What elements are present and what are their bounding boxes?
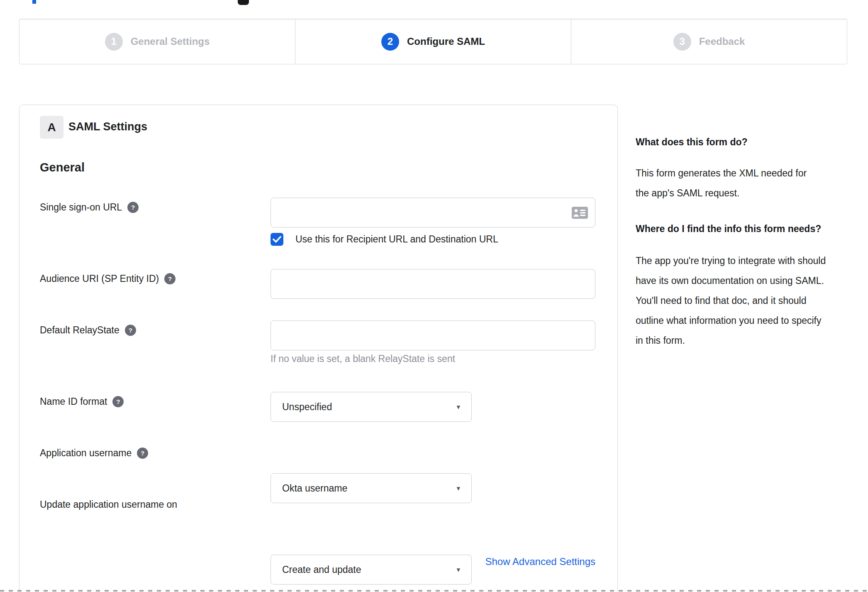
step-number-badge: 1 [105, 33, 123, 51]
step-label: Configure SAML [407, 36, 485, 47]
help-paragraph-where: The app you're trying to integrate with … [636, 251, 831, 350]
clipped-header-accent [32, 0, 36, 4]
section-title: SAML Settings [68, 120, 147, 133]
nameid-format-label: Name ID format ? [40, 396, 124, 407]
step-general-settings[interactable]: 1 General Settings [20, 19, 295, 64]
show-advanced-settings-link[interactable]: Show Advanced Settings [271, 556, 595, 568]
update-username-label: Update application username on [40, 499, 177, 510]
app-username-select[interactable]: Okta username ▾ [271, 473, 472, 503]
help-heading-where: Where do I find the info this form needs… [636, 222, 835, 236]
recipient-url-checkbox-label: Use this for Recipient URL and Destinati… [295, 234, 498, 245]
step-number-badge: 2 [381, 33, 399, 51]
help-icon[interactable]: ? [164, 273, 176, 284]
recipient-url-checkbox-row: Use this for Recipient URL and Destinati… [271, 233, 498, 246]
relaystate-input[interactable] [271, 320, 595, 350]
step-label: Feedback [699, 36, 745, 47]
step-number-badge: 3 [673, 33, 691, 51]
help-icon[interactable]: ? [137, 448, 148, 459]
wizard-stepper: 1 General Settings 2 Configure SAML 3 Fe… [19, 19, 847, 64]
step-configure-saml[interactable]: 2 Configure SAML [295, 19, 571, 64]
app-username-label: Application username ? [40, 448, 148, 459]
step-label: General Settings [131, 36, 210, 47]
audience-uri-input[interactable] [271, 269, 595, 299]
contact-card-icon [572, 207, 588, 220]
relaystate-helper-text: If no value is set, a blank RelayState i… [271, 353, 455, 364]
audience-uri-label: Audience URI (SP Entity ID) ? [40, 273, 176, 284]
caret-down-icon: ▾ [456, 484, 460, 493]
recipient-url-checkbox[interactable] [271, 233, 283, 246]
help-icon[interactable]: ? [112, 396, 124, 407]
help-paragraph-what: This form generates the XML needed for t… [636, 163, 814, 203]
group-title-general: General [40, 161, 85, 174]
sso-url-label: Single sign-on URL ? [40, 202, 139, 213]
dotted-divider [0, 590, 868, 592]
help-icon[interactable]: ? [127, 202, 139, 213]
sso-url-input[interactable] [271, 198, 595, 228]
clipped-header-element [238, 0, 249, 5]
caret-down-icon: ▾ [456, 403, 460, 411]
sso-url-input-wrap [271, 198, 595, 228]
section-a-badge: A [40, 116, 63, 139]
saml-settings-panel: A SAML Settings General Single sign-on U… [19, 105, 618, 592]
help-icon[interactable]: ? [125, 325, 136, 336]
help-heading-what: What does this form do? [636, 135, 845, 149]
relaystate-label: Default RelayState ? [40, 325, 136, 336]
check-icon [273, 236, 281, 243]
step-feedback[interactable]: 3 Feedback [571, 19, 847, 64]
nameid-format-select[interactable]: Unspecified ▾ [271, 392, 472, 422]
help-sidebar: What does this form do? This form genera… [636, 135, 845, 350]
